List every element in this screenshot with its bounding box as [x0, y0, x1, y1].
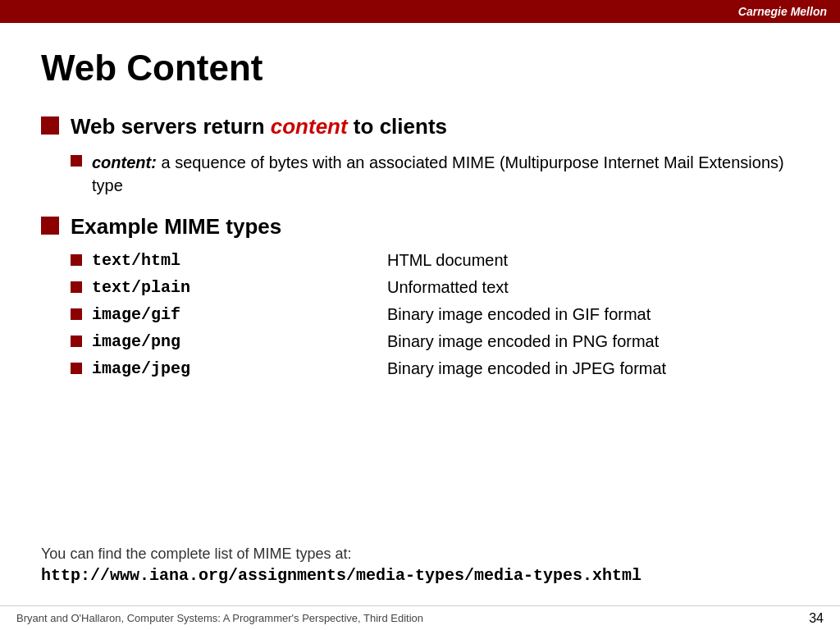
example-mime-label: Example MIME types: [71, 214, 281, 239]
mime-desc-image-gif: Binary image encoded in GIF format: [387, 305, 651, 324]
bottom-citation: Bryant and O'Hallaron, Computer Systems:…: [16, 612, 423, 624]
main-bullet-text-1: Web servers return content to clients: [71, 113, 447, 141]
text-before-highlight: Web servers return: [71, 114, 271, 139]
mime-type-image-png: image/png: [92, 332, 387, 351]
mime-type-text-plain: text/plain: [92, 278, 387, 297]
sub-bullet-icon-1-1: [71, 155, 82, 167]
mime-row-icon-5: [71, 363, 82, 374]
mime-row-icon-4: [71, 336, 82, 347]
header-bar: Carnegie Mellon: [0, 0, 840, 23]
page-title: Web Content: [41, 48, 799, 89]
mime-desc-image-jpeg: Binary image encoded in JPEG format: [387, 359, 666, 378]
footer-note-line1: You can find the complete list of MIME t…: [41, 546, 799, 563]
sub-bullet-text-1-1: content: a sequence of bytes with an ass…: [92, 151, 799, 197]
content-italic-bold: content:: [92, 153, 157, 171]
bottom-bar: Bryant and O'Hallaron, Computer Systems:…: [0, 605, 840, 630]
mime-row-image-gif: image/gif Binary image encoded in GIF fo…: [71, 305, 799, 324]
mime-row-icon-1: [71, 254, 82, 266]
mime-desc-image-png: Binary image encoded in PNG format: [387, 332, 659, 351]
bullet-section-1: Web servers return content to clients co…: [41, 113, 799, 197]
mime-row-image-png: image/png Binary image encoded in PNG fo…: [71, 332, 799, 351]
main-bullet-2: Example MIME types: [41, 213, 799, 241]
bullet-icon-1: [41, 116, 59, 135]
mime-row-icon-2: [71, 281, 82, 293]
mime-desc-text-plain: Unformatted text: [387, 278, 509, 297]
mime-type-image-gif: image/gif: [92, 305, 387, 324]
mime-row-image-jpeg: image/jpeg Binary image encoded in JPEG …: [71, 359, 799, 378]
mime-desc-text-html: HTML document: [387, 251, 508, 270]
institution-label: Carnegie Mellon: [738, 5, 827, 18]
sub-bullet-1-1: content: a sequence of bytes with an ass…: [71, 151, 799, 197]
footer-note: You can find the complete list of MIME t…: [41, 546, 799, 585]
mime-type-text-html: text/html: [92, 251, 387, 270]
main-bullet-text-2: Example MIME types: [71, 213, 281, 241]
content-definition: a sequence of bytes with an associated M…: [92, 153, 784, 194]
page-number: 34: [809, 611, 824, 626]
mime-row-text-plain: text/plain Unformatted text: [71, 278, 799, 297]
sub-bullets-1: content: a sequence of bytes with an ass…: [71, 151, 799, 197]
footer-note-url: http://www.iana.org/assignments/media-ty…: [41, 566, 799, 585]
mime-type-image-jpeg: image/jpeg: [92, 359, 387, 378]
bullet-icon-2: [41, 217, 59, 235]
mime-table: text/html HTML document text/plain Unfor…: [71, 251, 799, 378]
bullet-section-2: Example MIME types text/html HTML docume…: [41, 213, 799, 378]
main-content: Web Content Web servers return content t…: [0, 23, 840, 604]
highlight-content: content: [271, 114, 348, 139]
mime-row-text-html: text/html HTML document: [71, 251, 799, 270]
text-after-highlight: to clients: [348, 114, 447, 139]
mime-row-icon-3: [71, 308, 82, 320]
main-bullet-1: Web servers return content to clients: [41, 113, 799, 141]
